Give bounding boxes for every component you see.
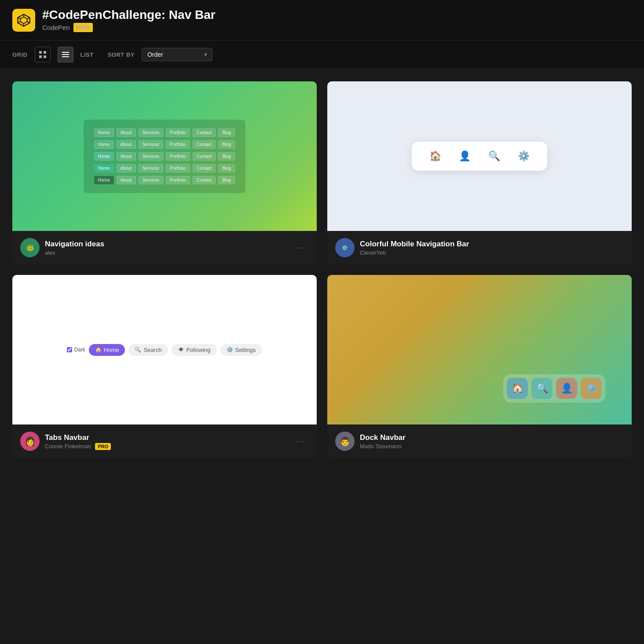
avatar-alex: 🐸 — [20, 238, 40, 257]
codepen-logo — [12, 9, 35, 32]
dock-settings-icon: ⚙️ — [581, 378, 602, 399]
site-name: CodePen — [42, 24, 70, 31]
card-preview-tabs: Dark 🏠 Home 🔍 Search 👁️ Following ⚙️ Set… — [12, 275, 317, 424]
card-author-nav-ideas: 🐸 Navigation ideas alex — [20, 238, 104, 257]
svg-rect-12 — [62, 52, 69, 53]
svg-rect-9 — [44, 51, 46, 54]
mobile-nav-user-icon: 👤 — [459, 150, 471, 162]
card-title-nav-ideas: Navigation ideas — [45, 240, 104, 249]
sort-label: SORT BY — [108, 51, 135, 58]
svg-rect-14 — [62, 56, 69, 57]
avatar-cleveryeti: ⚙️ — [335, 238, 355, 257]
home-tab-icon: 🏠 — [95, 347, 102, 353]
grid-view-button[interactable] — [35, 47, 51, 62]
tab-settings: ⚙️ Settings — [220, 344, 262, 356]
avatar-mads: 👨 — [335, 432, 355, 451]
card-author-name-dock: Mads Stoumann — [360, 443, 406, 450]
search-tab-icon: 🔍 — [135, 347, 141, 353]
card-preview-dock: 🏠 🔍 👤 ⚙️ — [327, 275, 632, 424]
card-grid: HomeAboutServicesPortfolioContactBlog Ho… — [0, 69, 644, 470]
card-footer-mobile-nav: ⚙️ Colorful Mobile Navigation Bar Clever… — [327, 231, 632, 264]
pro-badge: PRO — [73, 23, 93, 32]
card-title-mobile-nav: Colorful Mobile Navigation Bar — [360, 240, 469, 249]
card-navigation-ideas[interactable]: HomeAboutServicesPortfolioContactBlog Ho… — [12, 81, 317, 264]
mobile-nav-bar: 🏠 👤 🔍 ⚙️ — [412, 142, 547, 171]
more-options-nav-ideas[interactable]: ··· — [293, 242, 309, 254]
mobile-nav-settings-icon: ⚙️ — [518, 150, 530, 162]
page-title: #CodePenChallenge: Nav Bar — [42, 8, 216, 22]
card-author-dock: 👨 Dock Navbar Mads Stoumann — [335, 432, 406, 451]
card-author-name-mobile-nav: CleverYeti — [360, 249, 469, 256]
card-footer-dock: 👨 Dock Navbar Mads Stoumann — [327, 424, 632, 458]
dark-checkbox-input[interactable] — [67, 347, 72, 352]
tab-following: 👁️ Following — [172, 344, 217, 356]
svg-rect-13 — [62, 54, 69, 55]
list-label: LIST — [80, 51, 94, 58]
card-author-tabs: 👩 Tabs Navbar Connie Finkelman PRO — [20, 432, 111, 451]
svg-rect-8 — [39, 51, 42, 54]
page-header: #CodePenChallenge: Nav Bar CodePen PRO — [0, 0, 644, 40]
more-options-tabs[interactable]: ··· — [293, 435, 309, 448]
card-author-mobile-nav: ⚙️ Colorful Mobile Navigation Bar Clever… — [335, 238, 469, 257]
sort-select[interactable]: Order Most Viewed Most Commented Most Lo… — [142, 48, 212, 61]
dock-search-icon: 🔍 — [531, 378, 553, 399]
dock-user-icon: 👤 — [556, 378, 577, 399]
dark-mode-toggle: Dark — [67, 347, 85, 353]
card-preview-mobile-nav: 🏠 👤 🔍 ⚙️ — [327, 81, 632, 231]
mobile-nav-search-icon: 🔍 — [488, 150, 500, 162]
card-author-name-nav-ideas: alex — [45, 249, 104, 256]
list-view-button[interactable] — [58, 47, 73, 62]
following-tab-icon: 👁️ — [178, 347, 184, 353]
card-title-tabs: Tabs Navbar — [45, 433, 111, 442]
card-dock-navbar[interactable]: 🏠 🔍 👤 ⚙️ 👨 Dock Navbar Mads Stoumann — [327, 275, 632, 458]
dock-home-icon: 🏠 — [507, 378, 528, 399]
dock-navbar-preview: 🏠 🔍 👤 ⚙️ — [503, 374, 605, 402]
card-title-dock: Dock Navbar — [360, 433, 406, 442]
svg-marker-1 — [20, 17, 27, 23]
mobile-nav-home-icon: 🏠 — [429, 150, 441, 162]
author-pro-badge-tabs: PRO — [95, 443, 111, 450]
grid-label: GRID — [12, 51, 28, 58]
card-mobile-nav[interactable]: 🏠 👤 🔍 ⚙️ ⚙️ Colorful Mobile Navigation B… — [327, 81, 632, 264]
card-tabs-navbar[interactable]: Dark 🏠 Home 🔍 Search 👁️ Following ⚙️ Set… — [12, 275, 317, 458]
card-footer-nav-ideas: 🐸 Navigation ideas alex ··· — [12, 231, 317, 264]
svg-rect-10 — [39, 55, 42, 58]
card-preview-nav-ideas: HomeAboutServicesPortfolioContactBlog Ho… — [12, 81, 317, 231]
tabs-navbar-preview: Dark 🏠 Home 🔍 Search 👁️ Following ⚙️ Set… — [67, 344, 262, 356]
svg-rect-11 — [44, 55, 46, 58]
tab-search: 🔍 Search — [128, 344, 168, 356]
avatar-connie: 👩 — [20, 432, 40, 451]
card-footer-tabs: 👩 Tabs Navbar Connie Finkelman PRO ··· — [12, 424, 317, 458]
settings-tab-icon: ⚙️ — [227, 347, 233, 353]
tab-home: 🏠 Home — [89, 344, 125, 356]
toolbar: GRID LIST SORT BY Order Most Viewed Most… — [0, 40, 644, 69]
card-author-name-tabs: Connie Finkelman PRO — [45, 443, 111, 450]
